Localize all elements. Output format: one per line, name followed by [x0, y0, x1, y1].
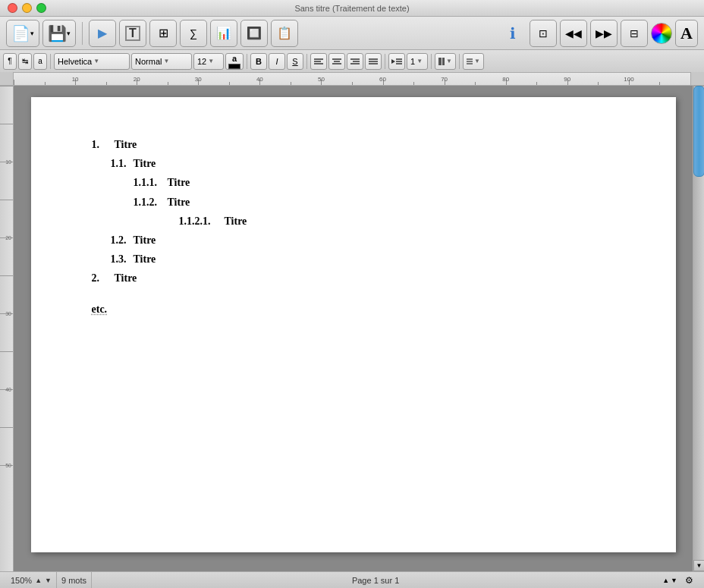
- minimize-button[interactable]: [22, 3, 32, 13]
- view-icon: ⊡: [539, 27, 548, 39]
- outline-item-1-2: 1.2. Titre: [111, 231, 615, 250]
- color-label: a: [232, 54, 237, 63]
- scrollbar-thumb[interactable]: [693, 86, 704, 177]
- spacing-arrow: ▼: [416, 58, 423, 64]
- document-scroll[interactable]: 1. Titre 1.1. Titre 1.1.1. Titre 1.1.2. …: [14, 86, 693, 571]
- zoom-level: 150%: [11, 576, 32, 585]
- outline-text-1: Titre: [115, 135, 137, 154]
- list-arrow: ▼: [474, 58, 480, 64]
- columns-select[interactable]: ▼: [435, 53, 456, 70]
- vertical-scrollbar[interactable]: ▲ ▼: [693, 86, 704, 571]
- tab-btn[interactable]: ↹: [18, 53, 32, 70]
- text-color-btn[interactable]: a: [225, 53, 244, 70]
- table-icon: ⊞: [159, 26, 168, 40]
- font-family-select[interactable]: Helvetica ▼: [54, 53, 130, 70]
- nav-arrows: ▲ ▼: [659, 577, 680, 584]
- outline-num-1-3: 1.3.: [111, 250, 134, 269]
- outline-num-1-1-2: 1.1.2.: [134, 193, 168, 212]
- bold-button[interactable]: B: [250, 53, 267, 70]
- ruler-left-margin: [0, 72, 14, 85]
- split-icon: ⊟: [630, 27, 639, 39]
- page-info: Page 1 sur 1: [281, 576, 470, 585]
- outline-item-2: 2. Titre: [92, 269, 615, 288]
- svg-rect-16: [438, 58, 442, 65]
- color-button[interactable]: [651, 23, 672, 44]
- outline-item-1-1-2: 1.1.2. Titre: [134, 193, 615, 212]
- title-subtitle: (Traitement de texte): [332, 4, 410, 13]
- nav-down-arrow[interactable]: ▼: [671, 577, 677, 584]
- chart-button[interactable]: 📊: [210, 20, 237, 47]
- save-button[interactable]: 💾 ▾: [42, 20, 76, 47]
- font-size-select[interactable]: 12 ▼: [193, 53, 224, 70]
- outline-num-1: 1.: [92, 135, 115, 154]
- info-button[interactable]: ℹ: [499, 20, 526, 47]
- font-a-button[interactable]: A: [675, 20, 698, 47]
- underline-button[interactable]: S: [287, 53, 303, 70]
- font-size-arrow: ▼: [208, 58, 214, 64]
- align-center-button[interactable]: [328, 53, 345, 70]
- title-text: Sans titre: [294, 4, 332, 13]
- main-area: 1020304050 1. Titre 1.1. Titre 1.1.1. Ti…: [0, 86, 704, 571]
- format-toolbar: ¶ ↹ a Helvetica ▼ Normal ▼ 12 ▼ a B I S: [0, 50, 704, 73]
- outline-text-2: Titre: [115, 269, 137, 288]
- align-left-button[interactable]: [310, 53, 327, 70]
- zoom-down-arrow[interactable]: ▼: [45, 577, 52, 584]
- view-button[interactable]: ⊡: [530, 20, 557, 47]
- fmt-sep-0: [50, 54, 51, 69]
- outline-item-1-1-1: 1.1.1. Titre: [134, 173, 615, 192]
- nav-up-arrow[interactable]: ▲: [662, 577, 669, 584]
- outline-item-1: 1. Titre: [92, 135, 615, 154]
- table-button[interactable]: ⊞: [149, 20, 177, 47]
- new-button[interactable]: 📄 ▾: [6, 20, 39, 47]
- svg-rect-17: [442, 58, 445, 65]
- indent-less-icon: [391, 58, 402, 65]
- text-button[interactable]: T: [119, 20, 146, 47]
- titlebar: Sans titre (Traitement de texte): [0, 0, 704, 17]
- zoom-section: 150% ▲ ▼: [6, 572, 57, 588]
- close-button[interactable]: [8, 3, 17, 13]
- line-spacing-select[interactable]: 1 ▼: [407, 53, 428, 70]
- align-btn[interactable]: a: [33, 53, 47, 70]
- outline-item-1-1-2-1: 1.1.2.1. Titre: [179, 212, 615, 231]
- align-center-icon: [332, 58, 341, 65]
- outline-text-1-2: Titre: [134, 231, 156, 250]
- word-count: 9 mots: [61, 576, 86, 585]
- fmt-sep-5: [459, 54, 460, 69]
- italic-button[interactable]: I: [269, 53, 285, 70]
- style-arrow: ▼: [163, 58, 169, 64]
- new-icon: 📄: [11, 24, 30, 42]
- align-right-icon: [350, 58, 360, 65]
- outline-num-1-1-1: 1.1.1.: [134, 173, 168, 192]
- document-outline: 1. Titre 1.1. Titre 1.1.1. Titre 1.1.2. …: [92, 135, 615, 288]
- formula-button[interactable]: ∑: [180, 20, 207, 47]
- list-icon: [467, 58, 473, 65]
- comment-button[interactable]: 📋: [271, 20, 298, 47]
- style-select[interactable]: Normal ▼: [131, 53, 192, 70]
- main-toolbar: 📄 ▾ 💾 ▾ ▶ T ⊞ ∑ 📊 🔲 📋 ℹ ⊡ ◀◀ ▶▶ ⊟ A: [0, 17, 704, 50]
- prev-button[interactable]: ◀◀: [560, 20, 587, 47]
- align-right-button[interactable]: [347, 53, 363, 70]
- settings-gear-icon[interactable]: ⚙: [680, 575, 698, 586]
- scroll-down-arrow[interactable]: ▼: [693, 560, 704, 571]
- zoom-up-arrow[interactable]: ▲: [35, 577, 42, 584]
- outline-text-1-1-2: Titre: [168, 193, 190, 212]
- indent-less-button[interactable]: [388, 53, 405, 70]
- outline-num-1-1-2-1: 1.1.2.1.: [179, 212, 225, 231]
- align-justify-button[interactable]: [365, 53, 382, 70]
- para-num-btn[interactable]: ¶: [3, 53, 17, 70]
- split-button[interactable]: ⊟: [621, 20, 648, 47]
- shape-button[interactable]: 🔲: [240, 20, 268, 47]
- outline-text-1-1-2-1: Titre: [225, 212, 247, 231]
- chart-icon: 📊: [216, 26, 231, 40]
- maximize-button[interactable]: [36, 3, 46, 13]
- fmt-sep-3: [385, 54, 385, 69]
- list-select[interactable]: ▼: [463, 53, 484, 70]
- next-button[interactable]: ▶▶: [590, 20, 618, 47]
- svg-marker-12: [391, 59, 395, 64]
- align-justify-icon: [369, 58, 378, 65]
- outline-item-1-3: 1.3. Titre: [111, 250, 615, 269]
- window-controls: [8, 3, 46, 13]
- font-family-value: Helvetica: [58, 57, 92, 66]
- media-button[interactable]: ▶: [89, 20, 116, 47]
- next-icon: ▶▶: [596, 27, 612, 39]
